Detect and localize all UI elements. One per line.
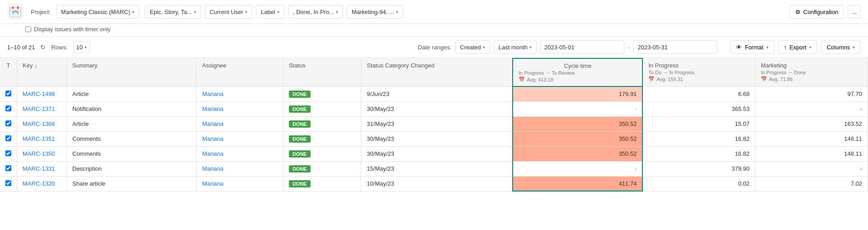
svg-rect-2 <box>12 6 14 9</box>
status-badge: DONE <box>289 135 311 143</box>
assignee-filter[interactable]: Current User ▾ <box>205 5 252 19</box>
row-checkbox[interactable] <box>5 105 11 111</box>
date-period-dropdown[interactable]: Last month ▾ <box>494 40 537 54</box>
issue-assignee[interactable]: Mariana <box>197 116 283 131</box>
issue-key[interactable]: MARC-1320 <box>17 176 67 191</box>
svg-rect-1 <box>10 8 21 11</box>
issue-status-changed: 30/May/23 <box>361 146 513 161</box>
issue-type-filter[interactable]: Epic, Story, Ta... ▾ <box>145 5 201 19</box>
issue-status: DONE <box>283 131 361 146</box>
date-from-input[interactable] <box>540 40 624 54</box>
in-progress-value: 365.53 <box>642 101 755 116</box>
date-ranges-section: Date ranges: Created ▾ Last month ▾ - <box>418 40 717 54</box>
issue-assignee[interactable]: Mariana <box>197 161 283 176</box>
issue-key[interactable]: MARC-1331 <box>17 161 67 176</box>
cycle-time-value: 350.52 <box>513 116 642 131</box>
row-checkbox[interactable] <box>5 150 11 156</box>
issue-assignee[interactable]: Mariana <box>197 176 283 191</box>
sprint-filter[interactable]: Marketing-94, ... ▾ <box>347 5 403 19</box>
marketing-value: 97.70 <box>755 86 868 101</box>
row-checkbox[interactable] <box>5 120 11 126</box>
row-checkbox[interactable] <box>5 135 11 141</box>
table-row: MARC-1331 Description Mariana DONE 15/Ma… <box>0 161 868 176</box>
cycle-time-title: Cycle time <box>519 62 637 69</box>
marketing-value: 148.11 <box>755 146 868 161</box>
refresh-icon[interactable]: ↻ <box>40 43 46 51</box>
export-button[interactable]: ↑ Export ▾ <box>778 40 817 54</box>
toolbar: 1–10 of 21 ↻ Rows: 10 ▾ Date ranges: Cre… <box>0 37 868 58</box>
configuration-label: Configuration <box>803 9 838 15</box>
row-checkbox-cell <box>0 176 17 191</box>
issue-summary: Comments <box>67 131 197 146</box>
issue-status: DONE <box>283 161 361 176</box>
col-header-status-changed: Status Category Changed <box>361 58 513 86</box>
issue-assignee[interactable]: Mariana <box>197 101 283 116</box>
chevron-down-icon: ▾ <box>529 45 532 50</box>
col-header-key[interactable]: Key ↓ <box>17 58 67 86</box>
issue-assignee[interactable]: Mariana <box>197 86 283 101</box>
chevron-down-icon: ▾ <box>809 45 811 50</box>
col-header-status: Status <box>283 58 361 86</box>
row-checkbox[interactable] <box>5 165 11 171</box>
issue-key[interactable]: MARC-1371 <box>17 101 67 116</box>
issue-assignee[interactable]: Mariana <box>197 146 283 161</box>
issue-type-value: Epic, Story, Ta... <box>150 9 192 15</box>
timer-checkbox[interactable] <box>25 26 31 32</box>
calendar-icon: 📅 <box>648 76 655 82</box>
issue-key[interactable]: MARC-1498 <box>17 86 67 101</box>
issue-key[interactable]: MARC-1368 <box>17 116 67 131</box>
issue-key[interactable]: MARC-1350 <box>17 146 67 161</box>
table-row: MARC-1498 Article Mariana DONE 9/Jun/23 … <box>0 86 868 101</box>
marketing-value: - <box>755 161 868 176</box>
issue-key[interactable]: MARC-1351 <box>17 131 67 146</box>
configuration-button[interactable]: ⚙ Configuration <box>789 5 844 19</box>
chevron-down-icon: ▾ <box>245 10 247 14</box>
marketing-value: - <box>755 101 868 116</box>
timer-checkbox-text: Display issues with timer only <box>34 26 111 33</box>
issue-assignee[interactable]: Mariana <box>197 131 283 146</box>
date-to-input[interactable] <box>633 40 717 54</box>
row-checkbox-cell <box>0 86 17 101</box>
issue-summary: Description <box>67 161 197 176</box>
format-button[interactable]: 👁 Format ▾ <box>730 40 774 54</box>
row-checkbox[interactable] <box>5 91 11 96</box>
table-body: MARC-1498 Article Mariana DONE 9/Jun/23 … <box>0 86 868 191</box>
sub-bar: Display issues with timer only <box>0 24 868 37</box>
issue-status-changed: 9/Jun/23 <box>361 86 513 101</box>
sprint-value: Marketing-94, ... <box>352 9 394 15</box>
marketing-avg: 📅 Avg: 71.86 <box>761 76 862 82</box>
project-label: Project: <box>31 9 51 15</box>
label-filter[interactable]: Label ▾ <box>256 5 284 19</box>
issue-status-changed: 30/May/23 <box>361 101 513 116</box>
row-checkbox[interactable] <box>5 180 11 186</box>
col-header-marketing: Marketing In Progress → Done 📅 Avg: 71.8… <box>755 58 868 86</box>
label-value: Label <box>261 9 275 15</box>
chevron-down-icon: ▾ <box>132 10 134 14</box>
rows-select[interactable]: 10 ▾ <box>73 41 90 53</box>
rows-info: 1–10 of 21 <box>7 44 35 51</box>
in-progress-value: 16.82 <box>642 131 755 146</box>
table-row: MARC-1371 Notification Mariana DONE 30/M… <box>0 101 868 116</box>
top-right-actions: ⚙ Configuration ... <box>789 5 861 19</box>
timer-checkbox-label[interactable]: Display issues with timer only <box>25 26 111 33</box>
project-filter[interactable]: Marketing Classic (MARC) ▾ <box>56 5 139 19</box>
more-options-button[interactable]: ... <box>848 5 861 19</box>
chevron-down-icon: ▾ <box>853 45 855 50</box>
in-progress-title: In Progress <box>648 62 750 69</box>
date-separator: - <box>628 44 630 51</box>
columns-button[interactable]: Columns ▾ <box>821 40 861 54</box>
date-field-dropdown[interactable]: Created ▾ <box>455 40 490 54</box>
issue-status-changed: 31/May/23 <box>361 116 513 131</box>
status-filter[interactable]: , Done, In Pro... ▾ <box>288 5 343 19</box>
date-period-value: Last month <box>499 44 528 51</box>
in-progress-value: 379.90 <box>642 161 755 176</box>
table-container: T Key ↓ Summary Assignee Status Status C… <box>0 58 868 192</box>
status-badge: DONE <box>289 165 311 172</box>
ellipsis-icon: ... <box>852 9 857 15</box>
issue-status: DONE <box>283 116 361 131</box>
marketing-title: Marketing <box>761 62 862 69</box>
status-badge: DONE <box>289 180 311 187</box>
in-progress-avg-value: Avg: 155.31 <box>656 77 683 82</box>
table-row: MARC-1368 Article Mariana DONE 31/May/23… <box>0 116 868 131</box>
row-checkbox-cell <box>0 101 17 116</box>
